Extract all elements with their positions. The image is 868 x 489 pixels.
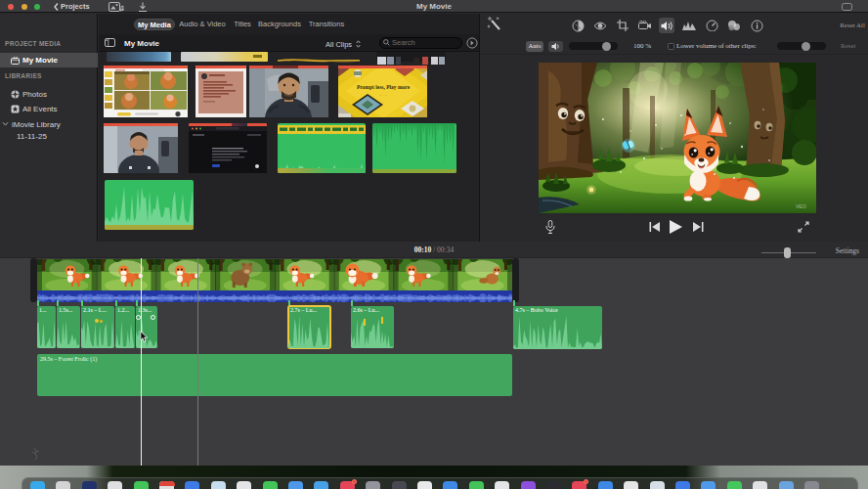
tab-titles[interactable]: Titles: [232, 19, 253, 30]
dock-icon-facetime[interactable]: [263, 481, 278, 489]
video-thumb-fox-collage[interactable]: [104, 66, 188, 117]
dock-icon-app-dark-blue[interactable]: [82, 481, 97, 489]
volume-keyframe[interactable]: [381, 317, 383, 324]
dock-icon-app-dark[interactable]: [392, 481, 407, 489]
crop-icon[interactable]: [615, 18, 630, 33]
video-strip-thumb-4[interactable]: [376, 52, 446, 62]
audio-thumb-music-2[interactable]: [372, 123, 456, 173]
import-media-icon[interactable]: [108, 2, 124, 12]
noise-reduction-icon[interactable]: [681, 18, 697, 33]
clip-trim-handle-left[interactable]: [30, 258, 37, 302]
dock-icon-folder[interactable]: [779, 481, 794, 489]
dock-icon-mail-badge[interactable]: [650, 481, 665, 489]
sidebar-item-all-events[interactable]: All Events: [0, 102, 98, 116]
tab-my-media[interactable]: My Media: [134, 19, 175, 30]
ducking-slider-knob[interactable]: [802, 42, 810, 51]
video-thumb-notes[interactable]: [195, 66, 246, 117]
dock-icon-notes[interactable]: [108, 481, 122, 489]
volume-keyframe[interactable]: [100, 320, 103, 323]
viewer-preview[interactable]: VEO: [539, 63, 816, 213]
lower-volume-checkbox[interactable]: [668, 43, 674, 50]
tab-backgrounds[interactable]: Backgrounds: [256, 19, 303, 30]
clip-trim-handle-right[interactable]: [512, 258, 519, 302]
dock-icon-app-gray[interactable]: [366, 481, 380, 489]
sidebar-item-event-11-11-25[interactable]: 11-11-25: [0, 129, 98, 144]
audio-strip-thumb-1[interactable]: [107, 52, 171, 62]
dock-icon-maps[interactable]: [211, 481, 226, 489]
clip-size-icon[interactable]: [466, 37, 478, 49]
share-icon[interactable]: [138, 2, 148, 12]
next-frame-icon[interactable]: [693, 222, 704, 232]
timeline-audio-clip[interactable]: 1.5s...: [57, 306, 80, 348]
audio-thumb-music-1[interactable]: [278, 123, 366, 173]
speed-icon[interactable]: [704, 18, 719, 33]
dock-icon-music-2[interactable]: [624, 481, 638, 489]
video-thumb-screen-recording[interactable]: [189, 123, 267, 173]
dock-icon-app-blue-2[interactable]: [675, 481, 690, 489]
reset-all-button[interactable]: Reset All: [840, 22, 865, 29]
dock-icon-app-blue-3[interactable]: [701, 481, 716, 489]
dock-icon-app-blue[interactable]: [185, 481, 199, 489]
audio-thumb-music-3[interactable]: [105, 180, 194, 230]
window-mode-icon[interactable]: [842, 3, 852, 11]
effects-icon[interactable]: [726, 18, 742, 33]
color-balance-icon[interactable]: [570, 18, 586, 33]
play-icon[interactable]: [670, 220, 682, 234]
speaker-button[interactable]: [548, 41, 563, 52]
timeline-background-music-clip[interactable]: 29.5s – Forest Frolic (1): [37, 354, 512, 396]
dock-icon-podcasts[interactable]: [521, 481, 536, 489]
timeline-audio-clip[interactable]: 2.1s – L...: [81, 306, 114, 348]
timeline-video-track[interactable]: [37, 259, 512, 290]
volume-slider[interactable]: [569, 42, 618, 50]
audio-strip-thumb-2[interactable]: [181, 52, 268, 62]
dock-icon-keynote[interactable]: [443, 481, 457, 489]
sidebar-toggle-icon[interactable]: [105, 38, 115, 47]
timeline-settings-button[interactable]: Settings: [836, 246, 859, 255]
tab-transitions[interactable]: Transitions: [306, 19, 347, 30]
video-thumb-presenter-2[interactable]: [104, 123, 178, 173]
timeline-video-audio-waveform[interactable]: [37, 290, 512, 302]
zoom-button[interactable]: [34, 4, 40, 10]
stabilization-icon[interactable]: [637, 18, 653, 33]
dock-icon-calendar[interactable]: [159, 481, 174, 489]
fade-handle[interactable]: [151, 315, 155, 320]
dock-icon-reminders[interactable]: [495, 481, 509, 489]
minimize-button[interactable]: [22, 4, 27, 10]
timeline-playhead[interactable]: [141, 258, 142, 466]
fullscreen-icon[interactable]: [798, 221, 809, 233]
auto-button[interactable]: Auto: [526, 41, 543, 52]
voiceover-mic-icon[interactable]: [545, 220, 555, 235]
dock-icon-finder[interactable]: [30, 481, 45, 489]
clip-filter-dropdown[interactable]: All Clips: [326, 40, 361, 49]
video-thumb-presenter-1[interactable]: [249, 66, 328, 117]
previous-frame-icon[interactable]: [649, 222, 660, 232]
dock-icon-mail[interactable]: [288, 481, 303, 489]
timeline-audio-clip-selected[interactable]: 2.7s – Lu...: [288, 306, 330, 348]
projects-back-button[interactable]: Projects: [54, 1, 90, 12]
reset-button[interactable]: Reset: [841, 42, 856, 50]
dock-icon-pages[interactable]: [417, 481, 432, 489]
info-icon[interactable]: [749, 18, 764, 33]
dock-icon-app-store[interactable]: [598, 481, 613, 489]
close-button[interactable]: [8, 4, 14, 10]
dock-icon-settings[interactable]: [753, 481, 767, 489]
color-correction-icon[interactable]: [592, 18, 608, 33]
timeline-audio-clip[interactable]: 1.2...: [115, 306, 135, 348]
dock-icon-tv[interactable]: [546, 481, 561, 489]
volume-icon[interactable]: [659, 18, 674, 33]
dock-icon-safari[interactable]: [314, 481, 328, 489]
sidebar-item-photos[interactable]: Photos: [0, 87, 98, 102]
dock-icon-photos[interactable]: [237, 481, 251, 489]
dock-icon-numbers[interactable]: [469, 481, 484, 489]
volume-keyframe[interactable]: [95, 319, 99, 323]
dock-icon-trash[interactable]: [804, 481, 819, 489]
audio-strip-thumb-3[interactable]: [278, 52, 360, 62]
timeline-audio-clip[interactable]: 2.6s – Lu...: [351, 306, 394, 348]
video-thumb-prompt[interactable]: Prompt less, Play more – · –: [338, 66, 427, 117]
search-input[interactable]: Search: [379, 37, 462, 49]
timeline-audio-clip[interactable]: 4.7s – Bobo Voice: [513, 306, 602, 349]
tab-audio-video[interactable]: Audio & Video: [177, 19, 228, 30]
ducking-slider[interactable]: [777, 42, 826, 50]
volume-keyframe[interactable]: [364, 319, 366, 326]
volume-slider-knob[interactable]: [602, 42, 611, 51]
